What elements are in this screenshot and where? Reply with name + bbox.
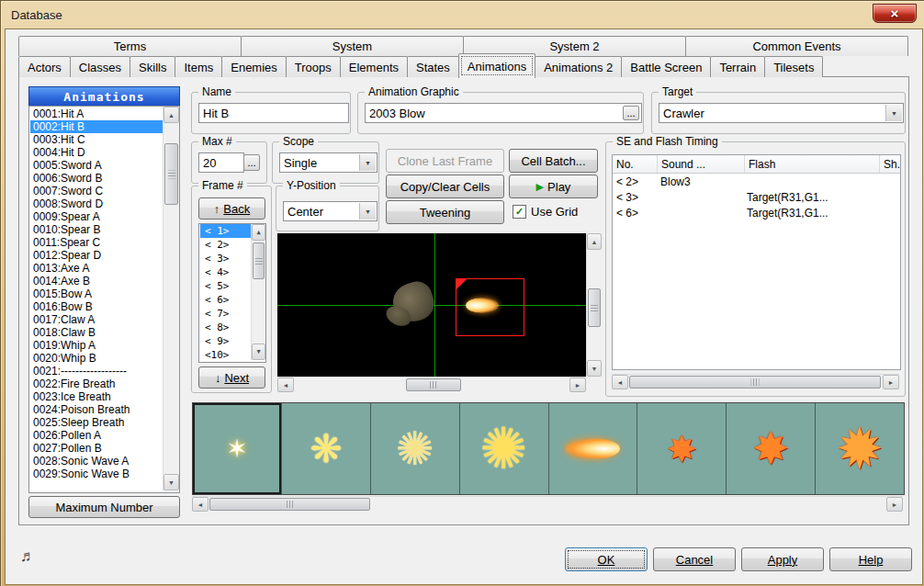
scroll-right-button[interactable]: ►	[886, 497, 903, 512]
list-item[interactable]: 0023:Ice Breath	[30, 390, 163, 403]
scroll-up-button[interactable]: ▲	[163, 107, 179, 123]
list-item[interactable]: 0001:Hit A	[30, 107, 163, 120]
scrollbar-thumb[interactable]	[588, 288, 601, 327]
help-button[interactable]: Help	[829, 547, 912, 571]
tab[interactable]: Animations	[458, 53, 535, 78]
animation-graphic-input[interactable]: 2003 Blow ...	[365, 103, 642, 123]
copy-clear-cells-button[interactable]: Copy/Clear Cells	[386, 175, 504, 198]
list-item[interactable]: 0003:Hit C	[30, 133, 163, 146]
column-header-flash[interactable]: Flash	[745, 155, 880, 173]
tab[interactable]: Terms	[18, 36, 242, 56]
animation-cell[interactable]: ✸	[727, 403, 816, 494]
animation-cell[interactable]: ❋	[282, 403, 371, 494]
preview-vertical-scrollbar[interactable]: ▲ ▼	[586, 233, 602, 377]
list-item[interactable]: 0002:Hit B	[30, 120, 163, 133]
browse-graphic-button[interactable]: ...	[623, 106, 639, 120]
list-item[interactable]: 0018:Claw B	[30, 326, 163, 339]
tab[interactable]: Common Events	[685, 36, 908, 56]
frame-list-scrollbar[interactable]: ▲ ▼	[251, 224, 265, 360]
scroll-left-button[interactable]: ◄	[192, 497, 208, 512]
scroll-down-button[interactable]: ▼	[587, 360, 602, 377]
scrollbar-track[interactable]	[163, 123, 179, 474]
selected-cell-box[interactable]	[456, 278, 524, 336]
list-item[interactable]: 0021:------------------	[30, 365, 163, 378]
list-item[interactable]: 0020:Whip B	[30, 352, 163, 365]
frame-list-item[interactable]: < 6>	[200, 293, 252, 307]
tab[interactable]: Terrain	[710, 56, 765, 77]
tab[interactable]: Elements	[340, 56, 408, 77]
frame-list-item[interactable]: < 3>	[200, 252, 252, 265]
tab[interactable]: Items	[175, 56, 222, 77]
dropdown-arrow-icon[interactable]: ▼	[885, 105, 902, 121]
tweening-button[interactable]: Tweening	[386, 200, 504, 224]
scroll-left-button[interactable]: ◄	[612, 375, 628, 389]
scroll-down-button[interactable]: ▼	[163, 474, 179, 490]
table-row[interactable]: < 3> Target(R31,G1...	[613, 189, 900, 205]
scrollbar-track[interactable]	[252, 241, 265, 344]
list-item[interactable]: 0006:Sword B	[30, 172, 163, 185]
se-flash-table[interactable]: No. Sound ... Flash Sh... < 2> Blow3 < 3…	[612, 154, 901, 370]
frame-list-item[interactable]: < 4>	[200, 265, 252, 279]
column-header-no[interactable]: No.	[613, 155, 658, 173]
list-item[interactable]: 0005:Sword A	[30, 159, 163, 172]
scrollbar-track[interactable]	[208, 497, 886, 512]
scrollbar-thumb[interactable]	[253, 242, 265, 279]
scroll-left-button[interactable]: ◄	[277, 378, 294, 392]
cancel-button[interactable]: Cancel	[653, 547, 736, 571]
list-item[interactable]: 0028:Sonic Wave A	[30, 455, 163, 468]
scrollbar-thumb[interactable]	[209, 498, 370, 511]
scrollbar-track[interactable]	[587, 250, 602, 360]
list-item[interactable]: 0017:Claw A	[30, 313, 163, 326]
frame-list-item[interactable]: < 9>	[200, 334, 252, 348]
max-frames-input[interactable]: 20	[198, 152, 244, 173]
next-button[interactable]: ↓ Next	[198, 366, 265, 389]
frame-list-item[interactable]: < 5>	[200, 279, 252, 293]
frame-listbox[interactable]: < 1>< 2>< 3>< 4>< 5>< 6>< 7>< 8>< 9><10>…	[198, 223, 266, 363]
list-item[interactable]: 0007:Sword C	[30, 185, 163, 197]
list-item[interactable]: 0008:Sword D	[30, 197, 163, 210]
list-item[interactable]: 0014:Axe B	[30, 275, 163, 287]
ok-button[interactable]: OK	[565, 547, 648, 571]
list-item[interactable]: 0010:Spear B	[30, 223, 163, 236]
se-flash-scrollbar[interactable]: ◄ ►	[612, 374, 899, 389]
cell-strip-scrollbar[interactable]: ◄ ►	[192, 496, 903, 512]
tab[interactable]: Actors	[18, 56, 71, 77]
table-row[interactable]: < 2> Blow3	[613, 174, 900, 189]
close-button[interactable]: ×	[873, 4, 917, 23]
dropdown-arrow-icon[interactable]: ▼	[359, 154, 376, 171]
list-item[interactable]: 0029:Sonic Wave B	[30, 468, 163, 480]
list-item[interactable]: 0022:Fire Breath	[30, 378, 163, 390]
animation-cell[interactable]: ✸	[637, 403, 727, 494]
tab[interactable]: System	[241, 36, 464, 56]
dropdown-arrow-icon[interactable]: ▼	[359, 203, 376, 220]
back-button[interactable]: ↑ Back	[198, 197, 265, 220]
animation-cell[interactable]	[549, 403, 638, 494]
scrollbar-thumb[interactable]	[406, 378, 461, 391]
scrollbar-track[interactable]	[628, 375, 883, 389]
play-button[interactable]: ▶ Play	[509, 175, 598, 198]
animation-cell[interactable]: ✶	[193, 403, 282, 494]
scrollbar-thumb[interactable]	[164, 143, 178, 205]
tab[interactable]: Troops	[286, 56, 341, 77]
frame-list-item[interactable]: < 1>	[200, 224, 252, 238]
animation-cell[interactable]: ✹	[816, 403, 904, 494]
tab[interactable]: States	[407, 56, 459, 77]
list-item[interactable]: 0016:Bow B	[30, 300, 163, 313]
list-item[interactable]: 0027:Pollen B	[30, 442, 163, 455]
animation-cell[interactable]: ✺	[371, 403, 460, 494]
list-item[interactable]: 0025:Sleep Breath	[30, 416, 163, 429]
clone-last-frame-button[interactable]: Clone Last Frame	[386, 149, 504, 173]
scrollbar-track[interactable]	[294, 378, 569, 392]
list-item[interactable]: 0026:Pollen A	[30, 429, 163, 442]
max-frames-browse-button[interactable]: ...	[243, 154, 260, 171]
cell-batch-button[interactable]: Cell Batch...	[509, 149, 598, 173]
titlebar[interactable]: Database ×	[1, 1, 924, 28]
list-item[interactable]: 0015:Bow A	[30, 287, 163, 300]
animation-preview-canvas[interactable]	[277, 233, 586, 377]
list-item[interactable]: 0024:Poison Breath	[30, 403, 163, 416]
list-item[interactable]: 0009:Spear A	[30, 210, 163, 223]
scroll-down-button[interactable]: ▼	[252, 344, 265, 360]
maximum-number-button[interactable]: Maximum Number	[28, 496, 180, 518]
scroll-up-button[interactable]: ▲	[252, 224, 265, 241]
animation-cell[interactable]: ✺	[460, 403, 549, 494]
